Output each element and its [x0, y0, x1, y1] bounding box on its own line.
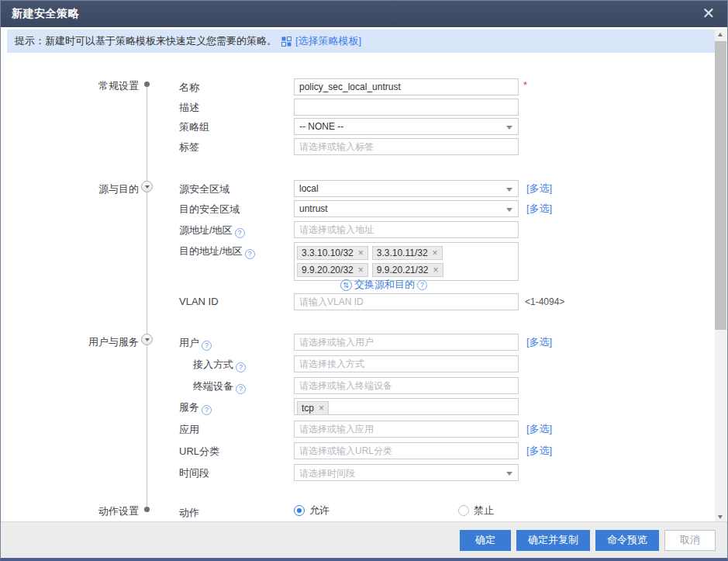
- user-input[interactable]: [294, 334, 519, 351]
- policy-group-label: 策略组: [179, 120, 209, 134]
- vlan-input[interactable]: [294, 293, 519, 310]
- required-asterisk: *: [523, 79, 527, 91]
- src-addr-label: 源地址/地区?: [179, 223, 245, 238]
- select-policy-template-link[interactable]: [选择策略模板]: [295, 34, 361, 48]
- address-chip: 9.9.20.21/32×: [372, 263, 443, 277]
- help-icon[interactable]: ?: [236, 384, 246, 394]
- section-source-dest: 源与目的: [9, 182, 139, 196]
- terminal-device-label-text: 终端设备: [193, 380, 233, 392]
- service-label-text: 服务: [179, 401, 199, 413]
- scroll-down-icon[interactable]: [715, 511, 726, 522]
- chip-text: 3.3.10.10/32: [302, 248, 354, 258]
- help-icon[interactable]: ?: [417, 280, 427, 290]
- section-user-service: 用户与服务: [9, 335, 139, 349]
- dialog-footer: 确定 确定并复制 命令预览 取消: [1, 521, 727, 558]
- service-label: 服务?: [179, 400, 212, 415]
- ok-and-copy-button[interactable]: 确定并复制: [516, 530, 590, 551]
- section-general-dot: [144, 81, 150, 87]
- tags-input[interactable]: [294, 138, 519, 155]
- address-chip: 3.3.10.11/32×: [372, 246, 443, 260]
- terminal-device-input[interactable]: [294, 377, 519, 394]
- name-input[interactable]: [294, 78, 519, 95]
- app-input[interactable]: [294, 421, 519, 438]
- access-mode-label: 接入方式?: [193, 358, 246, 372]
- url-category-multi-select-link[interactable]: [多选]: [526, 444, 552, 458]
- chip-text: tcp: [302, 403, 314, 414]
- hint-text: 提示：新建时可以基于策略模板来快速定义您需要的策略。: [15, 34, 277, 48]
- dst-addr-tagbox[interactable]: 3.3.10.10/32× 3.3.10.11/32× 9.9.20.20/32…: [294, 242, 519, 281]
- address-chip: 9.9.20.20/32×: [297, 263, 368, 277]
- help-icon[interactable]: ?: [202, 341, 212, 351]
- tags-label: 标签: [179, 140, 199, 154]
- app-multi-select-link[interactable]: [多选]: [526, 422, 552, 436]
- help-icon[interactable]: ?: [236, 362, 246, 372]
- action-label: 动作: [179, 506, 199, 520]
- src-zone-label: 源安全区域: [179, 182, 229, 196]
- terminal-device-label: 终端设备?: [193, 379, 246, 394]
- dialog-titlebar: 新建安全策略 ✕: [1, 1, 727, 27]
- access-mode-label-text: 接入方式: [193, 358, 233, 370]
- remove-icon[interactable]: ×: [358, 248, 364, 258]
- remove-icon[interactable]: ×: [358, 265, 364, 275]
- description-label: 描述: [179, 101, 199, 115]
- user-label: 用户?: [179, 336, 212, 351]
- src-addr-input[interactable]: [294, 221, 519, 238]
- policy-group-select[interactable]: -- NONE --: [294, 118, 519, 135]
- help-icon[interactable]: ?: [202, 405, 212, 415]
- deny-radio[interactable]: [458, 505, 469, 516]
- vlan-label: VLAN ID: [179, 296, 219, 307]
- access-mode-input[interactable]: [294, 355, 519, 372]
- template-icon: [281, 36, 292, 47]
- help-icon[interactable]: ?: [245, 249, 255, 259]
- src-zone-value: local: [299, 183, 319, 194]
- scrollbar-thumb[interactable]: [715, 41, 726, 330]
- policy-group-value: -- NONE --: [299, 121, 343, 132]
- section-rail: [147, 84, 147, 511]
- allow-radio[interactable]: [294, 505, 305, 516]
- remove-icon[interactable]: ×: [319, 403, 324, 413]
- vertical-scrollbar[interactable]: [715, 29, 726, 522]
- dst-addr-label-text: 目的地址/地区: [179, 245, 243, 257]
- service-tagbox[interactable]: tcp×: [294, 398, 519, 415]
- chip-text: 3.3.10.11/32: [377, 248, 428, 258]
- dst-zone-select[interactable]: untrust: [294, 200, 519, 217]
- scroll-up-icon[interactable]: [715, 29, 726, 40]
- dialog-title: 新建安全策略: [12, 7, 79, 21]
- swap-src-dst-link[interactable]: ⇅ 交换源和目的 ?: [340, 278, 427, 292]
- swap-link-text: 交换源和目的: [354, 278, 415, 292]
- time-range-placeholder: 请选择时间段: [299, 468, 355, 479]
- chevron-down-icon: [506, 126, 512, 130]
- ok-button[interactable]: 确定: [460, 530, 511, 551]
- section-source-dest-collapse-icon[interactable]: [141, 181, 153, 192]
- service-chip: tcp×: [297, 401, 329, 415]
- command-preview-button[interactable]: 命令预览: [595, 530, 659, 551]
- dst-zone-value: untrust: [299, 203, 328, 214]
- dst-zone-label: 目的安全区域: [179, 203, 240, 216]
- src-addr-label-text: 源地址/地区: [179, 224, 233, 236]
- section-action-dot: [144, 507, 150, 512]
- url-category-input[interactable]: [294, 442, 519, 459]
- dst-zone-multi-select-link[interactable]: [多选]: [526, 202, 552, 216]
- chevron-down-icon: [506, 472, 512, 476]
- user-multi-select-link[interactable]: [多选]: [526, 335, 552, 349]
- src-zone-multi-select-link[interactable]: [多选]: [526, 182, 552, 196]
- close-icon[interactable]: ✕: [699, 4, 718, 23]
- hint-bar: 提示：新建时可以基于策略模板来快速定义您需要的策略。 [选择策略模板]: [7, 29, 716, 53]
- section-general: 常规设置: [9, 79, 139, 93]
- name-label: 名称: [179, 81, 199, 95]
- remove-icon[interactable]: ×: [433, 265, 438, 275]
- chevron-down-icon: [506, 188, 512, 192]
- section-user-service-collapse-icon[interactable]: [141, 334, 153, 345]
- description-input[interactable]: [294, 99, 519, 116]
- remove-icon[interactable]: ×: [433, 248, 438, 258]
- src-zone-select[interactable]: local: [294, 180, 519, 197]
- section-action: 动作设置: [9, 504, 139, 518]
- new-security-policy-dialog: 新建安全策略 ✕ 提示：新建时可以基于策略模板来快速定义您需要的策略。 [选择策…: [0, 0, 728, 561]
- cancel-button[interactable]: 取消: [664, 530, 716, 551]
- time-range-select[interactable]: 请选择时间段: [294, 464, 519, 481]
- app-label: 应用: [179, 423, 199, 437]
- deny-radio-label: 禁止: [474, 504, 494, 518]
- help-icon[interactable]: ?: [235, 228, 245, 238]
- chip-text: 9.9.20.21/32: [377, 265, 429, 275]
- dst-addr-label: 目的地址/地区?: [179, 244, 255, 259]
